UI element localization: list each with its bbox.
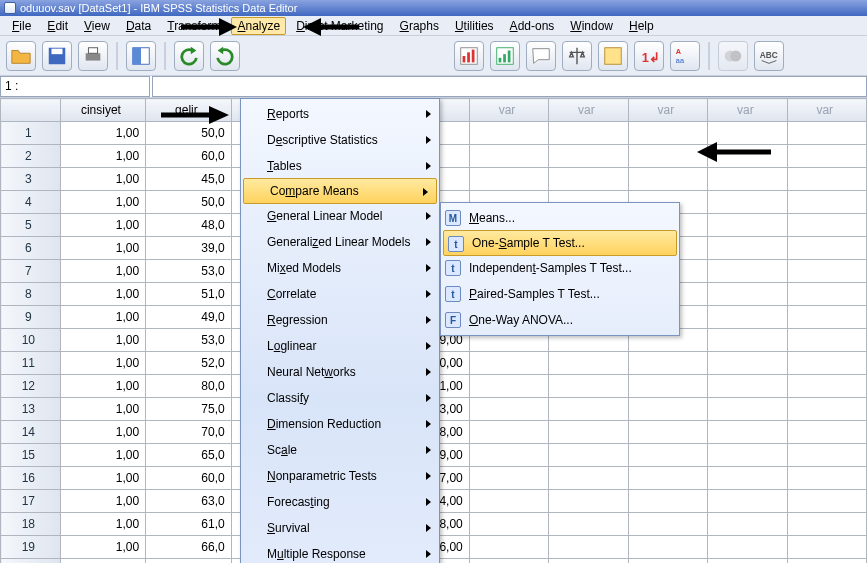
cell[interactable]	[469, 421, 548, 444]
cell[interactable]: 53,0	[146, 260, 231, 283]
cell[interactable]	[628, 559, 707, 564]
cell[interactable]	[549, 490, 628, 513]
cell[interactable]	[469, 559, 548, 564]
cell[interactable]	[787, 237, 866, 260]
row-header[interactable]: 18	[1, 513, 61, 536]
cell[interactable]	[628, 122, 707, 145]
cell[interactable]	[708, 375, 787, 398]
cell[interactable]	[469, 536, 548, 559]
cell[interactable]	[469, 145, 548, 168]
circles-btn[interactable]	[718, 41, 748, 71]
row-header[interactable]: 10	[1, 329, 61, 352]
cell[interactable]	[708, 513, 787, 536]
cell[interactable]	[549, 559, 628, 564]
cell[interactable]	[549, 122, 628, 145]
row-header[interactable]: 9	[1, 306, 61, 329]
row-header[interactable]: 17	[1, 490, 61, 513]
cell[interactable]: 1,00	[60, 191, 146, 214]
cell[interactable]: 1,00	[60, 145, 146, 168]
cell[interactable]: 68,0	[146, 559, 231, 564]
cell[interactable]	[787, 559, 866, 564]
cell[interactable]	[787, 536, 866, 559]
cell[interactable]	[708, 536, 787, 559]
column-header[interactable]: var	[708, 99, 787, 122]
print-button[interactable]	[78, 41, 108, 71]
menu-edit[interactable]: Edit	[41, 17, 74, 35]
cell[interactable]	[787, 122, 866, 145]
cell[interactable]: 1,00	[60, 329, 146, 352]
cell[interactable]: 39,0	[146, 237, 231, 260]
scale-btn[interactable]	[562, 41, 592, 71]
menu-help[interactable]: Help	[623, 17, 660, 35]
row-header[interactable]: 8	[1, 283, 61, 306]
cell[interactable]	[787, 375, 866, 398]
cell[interactable]	[469, 444, 548, 467]
row-header[interactable]: 12	[1, 375, 61, 398]
cell[interactable]	[549, 145, 628, 168]
cell[interactable]	[549, 513, 628, 536]
cell[interactable]: 61,0	[146, 513, 231, 536]
cell[interactable]	[787, 490, 866, 513]
cell[interactable]	[469, 490, 548, 513]
cell[interactable]	[469, 375, 548, 398]
cell[interactable]	[708, 237, 787, 260]
recall-dialog-button[interactable]	[126, 41, 156, 71]
menu-utilities[interactable]: Utilities	[449, 17, 500, 35]
cell[interactable]: 66,0	[146, 536, 231, 559]
analyze-item-correlate[interactable]: Correlate	[241, 281, 439, 307]
cell[interactable]	[708, 191, 787, 214]
cell[interactable]: 70,0	[146, 421, 231, 444]
one-btn[interactable]: 1↲	[634, 41, 664, 71]
cell[interactable]: 75,0	[146, 398, 231, 421]
cell[interactable]	[628, 536, 707, 559]
cell[interactable]	[708, 559, 787, 564]
cell[interactable]: 1,00	[60, 536, 146, 559]
chart-btn-1[interactable]	[454, 41, 484, 71]
cell[interactable]: 1,00	[60, 237, 146, 260]
cell[interactable]	[549, 421, 628, 444]
row-header[interactable]: 13	[1, 398, 61, 421]
cell[interactable]	[628, 513, 707, 536]
cell[interactable]	[787, 513, 866, 536]
analyze-item-general-linear-model[interactable]: General Linear Model	[241, 203, 439, 229]
redo-button[interactable]	[210, 41, 240, 71]
cell[interactable]	[708, 421, 787, 444]
save-button[interactable]	[42, 41, 72, 71]
cell[interactable]	[628, 444, 707, 467]
analyze-menu[interactable]: ReportsDescriptive StatisticsTablesCompa…	[240, 98, 440, 563]
cell[interactable]	[708, 329, 787, 352]
column-header[interactable]: var	[628, 99, 707, 122]
cell[interactable]	[787, 329, 866, 352]
cell[interactable]: 65,0	[146, 444, 231, 467]
row-header[interactable]: 7	[1, 260, 61, 283]
cell[interactable]: 1,00	[60, 490, 146, 513]
compare-means-item-one-sample-t-test-[interactable]: tOne-Sample T Test...	[443, 230, 677, 256]
compare-means-item-independent-samples-t-test-[interactable]: tIndependent-Samples T Test...	[441, 255, 679, 281]
compare-means-item-one-way-anova-[interactable]: FOne-Way ANOVA...	[441, 307, 679, 333]
cell[interactable]	[549, 168, 628, 191]
menu-window[interactable]: Window	[564, 17, 619, 35]
cell[interactable]: 1,00	[60, 398, 146, 421]
active-cell-value[interactable]	[152, 76, 867, 97]
cell[interactable]: 1,00	[60, 513, 146, 536]
cell[interactable]	[787, 191, 866, 214]
cell[interactable]	[549, 398, 628, 421]
abc-aa-btn[interactable]: Aaa	[670, 41, 700, 71]
analyze-item-mixed-models[interactable]: Mixed Models	[241, 255, 439, 281]
cell[interactable]: 1,00	[60, 122, 146, 145]
analyze-item-compare-means[interactable]: Compare Means	[243, 178, 437, 204]
analyze-item-classify[interactable]: Classify	[241, 385, 439, 411]
cell[interactable]	[628, 490, 707, 513]
cell[interactable]: 1,00	[60, 559, 146, 564]
cell[interactable]	[708, 145, 787, 168]
cell[interactable]	[708, 467, 787, 490]
cell[interactable]: 50,0	[146, 191, 231, 214]
ruler-btn[interactable]	[598, 41, 628, 71]
row-header[interactable]: 6	[1, 237, 61, 260]
abc-btn[interactable]: ABC	[754, 41, 784, 71]
cell[interactable]	[469, 398, 548, 421]
analyze-item-reports[interactable]: Reports	[241, 101, 439, 127]
active-cell-name[interactable]: 1 :	[0, 76, 150, 97]
analyze-item-survival[interactable]: Survival	[241, 515, 439, 541]
cell[interactable]	[708, 444, 787, 467]
